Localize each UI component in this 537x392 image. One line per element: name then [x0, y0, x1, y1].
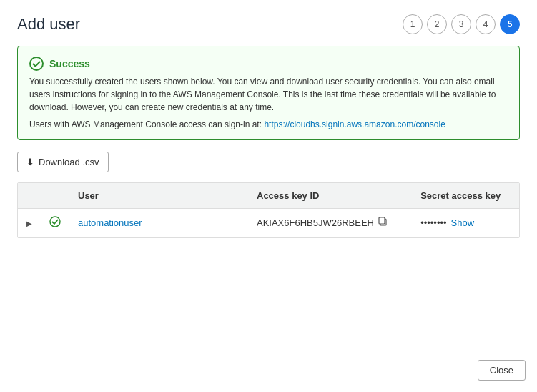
close-button[interactable]: Close — [478, 360, 526, 381]
steps-container: 1 2 3 4 5 — [403, 14, 520, 34]
download-csv-label: Download .csv — [39, 157, 99, 167]
col-user: User — [69, 183, 248, 209]
row-expand-cell: ▶ — [18, 209, 41, 237]
page-title: Add user — [17, 15, 80, 34]
close-button-container: Close — [478, 360, 526, 381]
success-box: Success You successfully created the use… — [17, 46, 520, 140]
success-message: You successfully created the users shown… — [29, 75, 508, 114]
step-3: 3 — [451, 14, 471, 34]
row-status-cell — [41, 209, 69, 237]
svg-point-0 — [30, 57, 43, 70]
header-row: Add user 1 2 3 4 5 — [17, 14, 520, 34]
users-table: User Access key ID Secret access key ▶ — [17, 182, 520, 238]
row-access-key-cell: AKIAX6F6HB5JW26RBEEH — [248, 209, 412, 237]
step-1: 1 — [403, 14, 423, 34]
user-link[interactable]: automationuser — [78, 217, 142, 228]
secret-key-value: •••••••• — [420, 217, 446, 228]
col-secret-key: Secret access key — [412, 183, 519, 209]
page-container: Add user 1 2 3 4 5 — [0, 0, 537, 392]
success-title: Success — [49, 58, 90, 69]
expand-icon[interactable]: ▶ — [26, 220, 32, 227]
success-header: Success — [29, 57, 508, 71]
console-link-prefix: Users with AWS Management Console access… — [29, 119, 264, 129]
svg-rect-3 — [379, 217, 385, 224]
success-icon — [29, 57, 44, 71]
step-4: 4 — [476, 14, 496, 34]
table-row: ▶ automationuser — [18, 209, 519, 237]
table-header-row: User Access key ID Secret access key — [18, 183, 519, 209]
download-icon: ⬇ — [26, 157, 34, 167]
svg-point-1 — [50, 217, 60, 227]
col-expand — [18, 183, 41, 209]
step-5: 5 — [500, 14, 520, 34]
copy-icon[interactable] — [378, 217, 388, 229]
row-check-icon — [49, 217, 61, 230]
access-key-value: AKIAX6F6HB5JW26RBEEH — [257, 217, 374, 228]
col-access-key: Access key ID — [248, 183, 412, 209]
console-link[interactable]: https://cloudhs.signin.aws.amazon.com/co… — [264, 119, 445, 129]
row-user-cell: automationuser — [69, 209, 248, 237]
row-secret-key-cell: •••••••• Show — [412, 209, 519, 237]
col-status — [41, 183, 69, 209]
download-csv-button[interactable]: ⬇ Download .csv — [17, 152, 109, 172]
show-secret-key-link[interactable]: Show — [451, 217, 475, 228]
success-link-row: Users with AWS Management Console access… — [29, 119, 508, 129]
step-2: 2 — [427, 14, 447, 34]
